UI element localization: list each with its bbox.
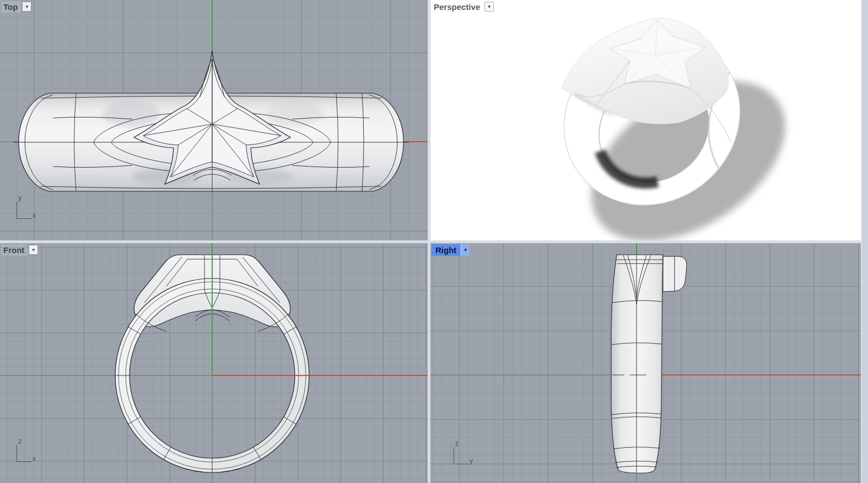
window-edge (861, 0, 868, 483)
right-viewport[interactable]: Right ▼ z y (430, 243, 861, 483)
ring-model-right-view[interactable] (430, 243, 861, 483)
ring-model-perspective-view[interactable] (430, 0, 861, 240)
cplane-axis-icon: z x (9, 437, 37, 465)
chevron-down-icon: ▼ (463, 244, 468, 256)
top-viewport[interactable]: Top ▼ y x (0, 0, 428, 240)
viewport-title-label: Top (1, 1, 21, 13)
viewport-title-label: Front (1, 244, 28, 256)
axis-lines-glyph (17, 445, 31, 462)
axis-vertical-label: z (18, 437, 21, 445)
viewport-title-right[interactable]: Right ▼ (432, 244, 470, 256)
perspective-viewport[interactable]: Perspective ▼ (430, 0, 861, 240)
cplane-axis-icon: y x (9, 194, 37, 222)
viewport-title-label: Right (432, 244, 461, 256)
ring-model-top-view[interactable] (0, 0, 428, 240)
axis-lines-front-positive (0, 243, 428, 483)
axis-horizontal-label: x (33, 455, 36, 463)
axis-horizontal-label: y (470, 457, 473, 465)
chevron-down-icon: ▼ (487, 1, 492, 13)
viewport-splitter-vertical[interactable] (428, 0, 430, 483)
viewport-menu-button[interactable]: ▼ (484, 2, 494, 12)
cad-four-view-workspace: Top ▼ y x (0, 0, 868, 483)
viewport-title-label: Perspective (432, 1, 483, 13)
axis-horizontal-label: x (33, 212, 36, 219)
axis-lines-glyph (17, 202, 31, 219)
viewport-menu-button[interactable]: ▼ (22, 2, 31, 12)
viewport-title-front[interactable]: Front ▼ (1, 244, 38, 256)
axis-lines-glyph (454, 447, 468, 464)
viewport-splitter-horizontal[interactable] (0, 240, 868, 243)
chevron-down-icon: ▼ (31, 244, 36, 256)
viewport-menu-button[interactable]: ▼ (461, 244, 470, 256)
front-viewport[interactable]: Front ▼ z x (0, 243, 428, 483)
axis-vertical-label: z (455, 439, 459, 447)
axis-vertical-label: y (18, 194, 21, 202)
viewport-title-top[interactable]: Top ▼ (1, 1, 31, 13)
cplane-axis-icon: z y (446, 439, 475, 467)
viewport-menu-button[interactable]: ▼ (29, 245, 38, 255)
viewport-title-perspective[interactable]: Perspective ▼ (432, 1, 494, 13)
chevron-down-icon: ▼ (25, 1, 29, 13)
